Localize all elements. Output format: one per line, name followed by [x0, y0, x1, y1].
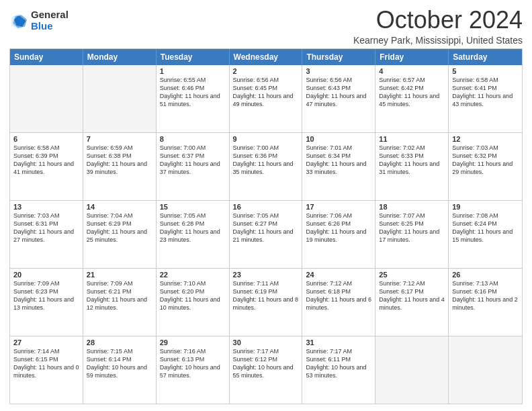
cell-info: Sunrise: 6:55 AM Sunset: 6:46 PM Dayligh… [160, 76, 226, 109]
cell-info: Sunrise: 6:59 AM Sunset: 6:38 PM Dayligh… [87, 144, 152, 177]
calendar-cell-1-4: 10Sunrise: 7:01 AM Sunset: 6:34 PM Dayli… [302, 133, 375, 200]
cell-info: Sunrise: 7:12 AM Sunset: 6:17 PM Dayligh… [379, 279, 445, 312]
calendar-cell-4-4: 31Sunrise: 7:17 AM Sunset: 6:11 PM Dayli… [302, 336, 375, 404]
calendar-cell-3-1: 21Sunrise: 7:09 AM Sunset: 6:21 PM Dayli… [83, 269, 157, 336]
cell-info: Sunrise: 7:02 AM Sunset: 6:33 PM Dayligh… [379, 144, 445, 177]
cell-info: Sunrise: 7:00 AM Sunset: 6:36 PM Dayligh… [233, 144, 299, 177]
cell-info: Sunrise: 6:58 AM Sunset: 6:39 PM Dayligh… [13, 144, 79, 177]
day-number: 10 [306, 135, 371, 143]
cell-info: Sunrise: 7:12 AM Sunset: 6:18 PM Dayligh… [306, 279, 371, 312]
cell-info: Sunrise: 7:17 AM Sunset: 6:12 PM Dayligh… [233, 347, 299, 380]
day-number: 7 [87, 135, 152, 143]
cell-info: Sunrise: 7:17 AM Sunset: 6:11 PM Dayligh… [306, 347, 371, 380]
logo-general-text: General [31, 9, 69, 21]
day-number: 1 [160, 67, 226, 75]
day-number: 18 [379, 203, 445, 211]
cell-info: Sunrise: 6:58 AM Sunset: 6:41 PM Dayligh… [452, 76, 519, 109]
calendar-cell-0-2: 1Sunrise: 6:55 AM Sunset: 6:46 PM Daylig… [157, 65, 230, 132]
day-number: 5 [452, 67, 519, 75]
calendar-cell-0-4: 3Sunrise: 6:56 AM Sunset: 6:43 PM Daylig… [302, 65, 375, 132]
cell-info: Sunrise: 6:56 AM Sunset: 6:43 PM Dayligh… [306, 76, 371, 109]
title-block: October 2024 Kearney Park, Mississippi, … [353, 7, 523, 46]
calendar-row-2: 13Sunrise: 7:03 AM Sunset: 6:31 PM Dayli… [10, 201, 522, 269]
calendar-cell-0-0 [10, 65, 83, 132]
cell-info: Sunrise: 7:06 AM Sunset: 6:26 PM Dayligh… [306, 212, 371, 244]
page: General Blue October 2024 Kearney Park, … [0, 0, 532, 411]
day-number: 4 [379, 67, 445, 75]
calendar-cell-0-6: 5Sunrise: 6:58 AM Sunset: 6:41 PM Daylig… [449, 65, 522, 132]
calendar-cell-1-0: 6Sunrise: 6:58 AM Sunset: 6:39 PM Daylig… [10, 133, 83, 200]
calendar-cell-4-1: 28Sunrise: 7:15 AM Sunset: 6:14 PM Dayli… [83, 336, 157, 404]
calendar-row-0: 1Sunrise: 6:55 AM Sunset: 6:46 PM Daylig… [10, 65, 522, 133]
cell-info: Sunrise: 7:05 AM Sunset: 6:28 PM Dayligh… [160, 212, 226, 244]
cell-info: Sunrise: 7:10 AM Sunset: 6:20 PM Dayligh… [160, 279, 226, 312]
calendar-cell-3-2: 22Sunrise: 7:10 AM Sunset: 6:20 PM Dayli… [157, 269, 230, 336]
cell-info: Sunrise: 7:16 AM Sunset: 6:13 PM Dayligh… [160, 347, 226, 380]
day-number: 31 [306, 338, 371, 347]
calendar-cell-1-6: 12Sunrise: 7:03 AM Sunset: 6:32 PM Dayli… [449, 133, 522, 200]
month-title: October 2024 [353, 7, 523, 34]
calendar-cell-0-5: 4Sunrise: 6:57 AM Sunset: 6:42 PM Daylig… [375, 65, 449, 132]
calendar-cell-1-1: 7Sunrise: 6:59 AM Sunset: 6:38 PM Daylig… [83, 133, 157, 200]
calendar-row-4: 27Sunrise: 7:14 AM Sunset: 6:15 PM Dayli… [10, 336, 522, 404]
cell-info: Sunrise: 7:09 AM Sunset: 6:21 PM Dayligh… [87, 279, 152, 312]
calendar-header: SundayMondayTuesdayWednesdayThursdayFrid… [10, 49, 522, 65]
header: General Blue October 2024 Kearney Park, … [9, 7, 523, 46]
calendar-cell-4-0: 27Sunrise: 7:14 AM Sunset: 6:15 PM Dayli… [10, 336, 83, 404]
cell-info: Sunrise: 7:08 AM Sunset: 6:24 PM Dayligh… [452, 212, 519, 244]
day-number: 29 [160, 338, 226, 347]
header-day-thursday: Thursday [302, 49, 375, 65]
calendar-cell-3-5: 25Sunrise: 7:12 AM Sunset: 6:17 PM Dayli… [375, 269, 449, 336]
day-number: 30 [233, 338, 299, 347]
day-number: 8 [160, 135, 226, 143]
calendar-body: 1Sunrise: 6:55 AM Sunset: 6:46 PM Daylig… [10, 65, 522, 404]
header-day-sunday: Sunday [10, 49, 83, 65]
header-day-tuesday: Tuesday [157, 49, 230, 65]
day-number: 24 [306, 271, 371, 279]
day-number: 16 [233, 203, 299, 211]
cell-info: Sunrise: 7:07 AM Sunset: 6:25 PM Dayligh… [379, 212, 445, 244]
cell-info: Sunrise: 7:01 AM Sunset: 6:34 PM Dayligh… [306, 144, 371, 177]
logo-icon [9, 11, 28, 30]
day-number: 9 [233, 135, 299, 143]
calendar-row-3: 20Sunrise: 7:09 AM Sunset: 6:23 PM Dayli… [10, 269, 522, 336]
header-day-saturday: Saturday [449, 49, 522, 65]
day-number: 2 [233, 67, 299, 75]
cell-info: Sunrise: 7:11 AM Sunset: 6:19 PM Dayligh… [233, 279, 299, 312]
day-number: 14 [87, 203, 152, 211]
calendar-cell-3-0: 20Sunrise: 7:09 AM Sunset: 6:23 PM Dayli… [10, 269, 83, 336]
cell-info: Sunrise: 7:14 AM Sunset: 6:15 PM Dayligh… [13, 347, 79, 380]
cell-info: Sunrise: 6:57 AM Sunset: 6:42 PM Dayligh… [379, 76, 445, 109]
cell-info: Sunrise: 7:00 AM Sunset: 6:37 PM Dayligh… [160, 144, 226, 177]
cell-info: Sunrise: 7:05 AM Sunset: 6:27 PM Dayligh… [233, 212, 299, 244]
calendar-cell-2-3: 16Sunrise: 7:05 AM Sunset: 6:27 PM Dayli… [230, 201, 303, 268]
logo: General Blue [9, 9, 69, 32]
cell-info: Sunrise: 7:13 AM Sunset: 6:16 PM Dayligh… [452, 279, 519, 312]
calendar-cell-1-2: 8Sunrise: 7:00 AM Sunset: 6:37 PM Daylig… [157, 133, 230, 200]
day-number: 6 [13, 135, 79, 143]
calendar-cell-4-5 [375, 336, 449, 404]
cell-info: Sunrise: 7:04 AM Sunset: 6:29 PM Dayligh… [87, 212, 152, 244]
calendar-cell-1-5: 11Sunrise: 7:02 AM Sunset: 6:33 PM Dayli… [375, 133, 449, 200]
calendar-row-1: 6Sunrise: 6:58 AM Sunset: 6:39 PM Daylig… [10, 133, 522, 201]
day-number: 22 [160, 271, 226, 279]
day-number: 25 [379, 271, 445, 279]
day-number: 15 [160, 203, 226, 211]
calendar-cell-2-4: 17Sunrise: 7:06 AM Sunset: 6:26 PM Dayli… [302, 201, 375, 268]
day-number: 20 [13, 271, 79, 279]
cell-info: Sunrise: 7:03 AM Sunset: 6:32 PM Dayligh… [452, 144, 519, 177]
logo-text: General Blue [31, 9, 69, 32]
header-day-wednesday: Wednesday [230, 49, 303, 65]
calendar-cell-0-3: 2Sunrise: 6:56 AM Sunset: 6:45 PM Daylig… [230, 65, 303, 132]
day-number: 11 [379, 135, 445, 143]
calendar-cell-2-1: 14Sunrise: 7:04 AM Sunset: 6:29 PM Dayli… [83, 201, 157, 268]
calendar-cell-2-6: 19Sunrise: 7:08 AM Sunset: 6:24 PM Dayli… [449, 201, 522, 268]
day-number: 28 [87, 338, 152, 347]
day-number: 27 [13, 338, 79, 347]
cell-info: Sunrise: 7:03 AM Sunset: 6:31 PM Dayligh… [13, 212, 79, 244]
day-number: 23 [233, 271, 299, 279]
calendar-cell-3-6: 26Sunrise: 7:13 AM Sunset: 6:16 PM Dayli… [449, 269, 522, 336]
calendar: SundayMondayTuesdayWednesdayThursdayFrid… [9, 48, 523, 404]
day-number: 19 [452, 203, 519, 211]
calendar-cell-3-3: 23Sunrise: 7:11 AM Sunset: 6:19 PM Dayli… [230, 269, 303, 336]
